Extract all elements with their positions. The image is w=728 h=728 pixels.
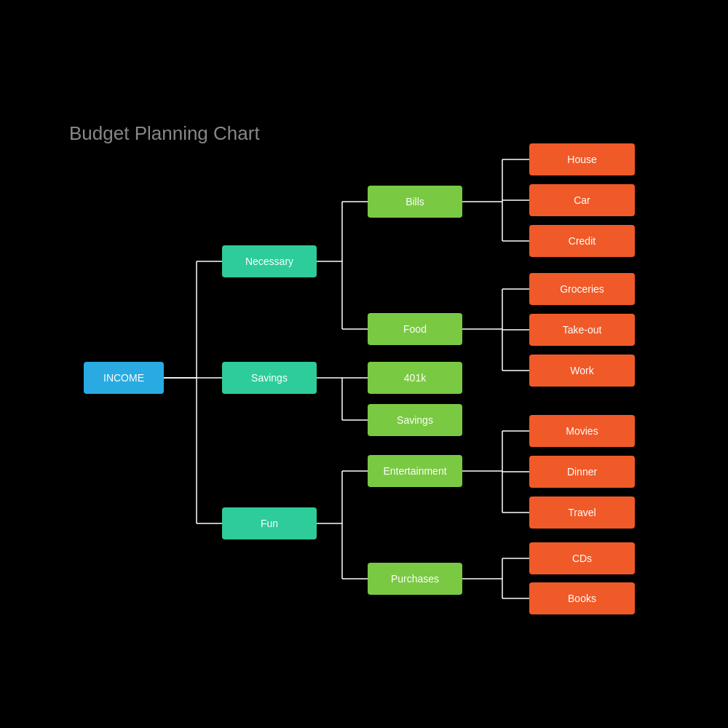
car-node: Car (529, 184, 635, 216)
dinner-node: Dinner (529, 456, 635, 488)
entertainment-node: Entertainment (368, 455, 462, 487)
bills-node: Bills (368, 186, 462, 218)
purchases-node: Purchases (368, 563, 462, 595)
movies-node: Movies (529, 415, 635, 447)
books-node: Books (529, 582, 635, 614)
chart-title: Budget Planning Chart (69, 122, 260, 145)
savings-node: Savings (222, 362, 317, 394)
income-node: INCOME (84, 362, 164, 394)
groceries-node: Groceries (529, 273, 635, 305)
house-node: House (529, 143, 635, 175)
food-node: Food (368, 313, 462, 345)
credit-node: Credit (529, 225, 635, 257)
travel-node: Travel (529, 496, 635, 529)
savings-child-node: Savings (368, 404, 462, 436)
work-node: Work (529, 355, 635, 387)
takeout-node: Take-out (529, 314, 635, 346)
cds-node: CDs (529, 542, 635, 574)
necessary-node: Necessary (222, 245, 317, 277)
fun-node: Fun (222, 507, 317, 539)
401k-node: 401k (368, 362, 462, 394)
